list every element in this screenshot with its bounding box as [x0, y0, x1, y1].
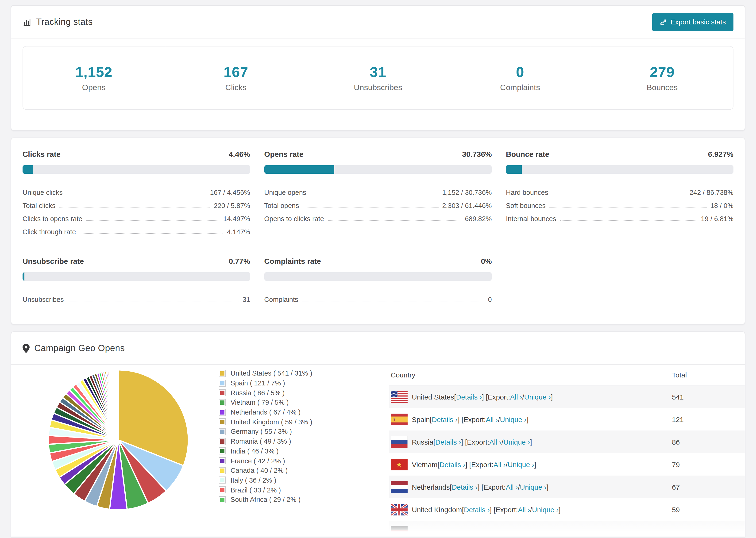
rate-panel-complaints-rate: Complaints rate0%Complaints0 — [264, 257, 492, 303]
legend-swatch — [219, 428, 226, 435]
rate-value: 0% — [481, 257, 492, 266]
summary-value: 279 — [650, 64, 675, 81]
legend-item-brazil[interactable]: Brazil ( 33 / 2% ) — [219, 485, 312, 495]
country-cell: United Kingdom [Details ›] [Export: All … — [391, 504, 672, 515]
rate-progress-fill — [506, 165, 522, 174]
legend-label: Romania ( 49 / 3% ) — [231, 438, 291, 445]
total-cell: 67 — [672, 483, 745, 491]
rate-row-label: Unique clicks — [23, 189, 63, 196]
export-unique-link[interactable]: Unique › — [532, 506, 559, 513]
rate-title: Unsubscribe rate — [23, 257, 84, 266]
rate-row: Total clicks220 / 5.87% — [23, 196, 250, 209]
geo-pie-chart — [46, 368, 190, 512]
flag-gb-icon — [391, 504, 407, 515]
details-link[interactable]: Details › — [452, 483, 477, 491]
export-all-link[interactable]: All › — [510, 393, 522, 401]
rate-row-label: Click through rate — [23, 228, 76, 236]
legend-swatch — [219, 496, 226, 503]
rate-progress-bar — [506, 165, 733, 174]
rate-row: Hard bounces242 / 86.738% — [506, 183, 733, 196]
country-cell: Netherlands [Details ›] [Export: All › /… — [391, 481, 672, 493]
page: Tracking stats Export basic stats 1,152O… — [0, 0, 756, 537]
punct: ] — [530, 438, 532, 446]
details-link[interactable]: Details › — [435, 438, 461, 446]
legend-label: Vietnam ( 79 / 5% ) — [231, 399, 289, 406]
punct: ] [Export: — [482, 393, 510, 401]
legend-item-south-africa[interactable]: South Africa ( 29 / 2% ) — [219, 495, 312, 505]
punct: ] — [551, 393, 553, 401]
summary-label: Clicks — [225, 83, 246, 92]
page-title: Tracking stats — [36, 17, 93, 27]
legend-item-vietnam[interactable]: Vietnam ( 79 / 5% ) — [219, 398, 312, 407]
export-unique-link[interactable]: Unique › — [503, 438, 530, 446]
rate-progress-bar — [23, 272, 250, 281]
export-all-link[interactable]: All › — [494, 460, 506, 468]
legend-label: United States ( 541 / 31% ) — [231, 370, 312, 377]
summary-stats: 1,152Opens167Clicks31Unsubscribes0Compla… — [23, 46, 733, 110]
punct: [ — [462, 506, 464, 513]
rate-panel-opens-rate: Opens rate30.736%Unique opens1,152 / 30.… — [264, 150, 492, 236]
bar-chart-icon — [23, 17, 31, 26]
summary-label: Bounces — [647, 83, 677, 92]
summary-label: Opens — [82, 83, 106, 92]
legend-item-india[interactable]: India ( 46 / 3% ) — [219, 446, 312, 456]
rate-row-label: Clicks to opens rate — [23, 215, 82, 223]
country-name: Netherlands — [412, 483, 450, 491]
legend-item-netherlands[interactable]: Netherlands ( 67 / 4% ) — [219, 407, 312, 417]
country-name: Vietnam — [412, 460, 438, 468]
legend-swatch — [219, 457, 226, 464]
rate-row-value: 0 — [488, 296, 492, 303]
export-all-link[interactable]: All › — [506, 483, 518, 491]
summary-tile-bounces: 279Bounces — [591, 46, 733, 109]
legend-item-italy[interactable]: Italy ( 36 / 2% ) — [219, 475, 312, 485]
details-link[interactable]: Details › — [440, 460, 465, 468]
geo-table: CountryTotalUnited States [Details ›] [E… — [389, 365, 745, 531]
legend-label: United Kingdom ( 59 / 3% ) — [231, 418, 312, 426]
dotted-leader — [549, 207, 707, 207]
legend-item-united-states[interactable]: United States ( 541 / 31% ) — [219, 368, 312, 378]
dotted-leader — [86, 220, 220, 221]
country-name: United Kingdom — [412, 506, 462, 513]
rate-progress-fill — [264, 165, 334, 174]
export-unique-link[interactable]: Unique › — [508, 460, 534, 468]
rate-rows: Unique clicks167 / 4.456%Total clicks220… — [23, 183, 250, 236]
legend-label: Germany ( 55 / 3% ) — [231, 428, 292, 435]
export-unique-link[interactable]: Unique › — [500, 415, 526, 423]
export-all-link[interactable]: All › — [489, 438, 502, 446]
punct: / — [502, 438, 503, 446]
table-row-partial — [389, 521, 745, 531]
export-unique-link[interactable]: Unique › — [524, 393, 551, 401]
legend-item-united-kingdom[interactable]: United Kingdom ( 59 / 3% ) — [219, 417, 312, 427]
rate-row-value: 689.82% — [465, 215, 492, 223]
export-all-link[interactable]: All › — [486, 415, 498, 423]
flag-de-icon — [391, 526, 407, 531]
legend-item-spain[interactable]: Spain ( 121 / 7% ) — [219, 378, 312, 388]
summary-label: Complaints — [500, 83, 540, 92]
dotted-leader — [310, 194, 438, 194]
rate-row-value: 167 / 4.456% — [210, 189, 250, 196]
rate-row-label: Hard bounces — [506, 189, 549, 196]
export-all-link[interactable]: All › — [518, 506, 530, 513]
legend-swatch — [219, 418, 226, 426]
legend-swatch — [219, 389, 226, 396]
export-basic-stats-button[interactable]: Export basic stats — [652, 13, 733, 31]
details-link[interactable]: Details › — [456, 393, 482, 401]
legend-item-romania[interactable]: Romania ( 49 / 3% ) — [219, 437, 312, 446]
summary-value: 167 — [224, 64, 248, 81]
dotted-leader — [80, 233, 223, 234]
summary-label: Unsubscribes — [354, 83, 402, 92]
punct: ] — [547, 483, 549, 491]
dotted-leader — [560, 220, 697, 221]
legend-item-france[interactable]: France ( 42 / 2% ) — [219, 456, 312, 465]
legend-label: South Africa ( 29 / 2% ) — [231, 496, 300, 504]
flag-es-icon — [391, 413, 407, 425]
punct: ] [Export: — [461, 438, 489, 446]
legend-item-russia[interactable]: Russia ( 86 / 5% ) — [219, 388, 312, 398]
export-unique-link[interactable]: Unique › — [520, 483, 546, 491]
legend-item-germany[interactable]: Germany ( 55 / 3% ) — [219, 427, 312, 436]
legend-item-canada[interactable]: Canada ( 40 / 2% ) — [219, 466, 312, 475]
details-link[interactable]: Details › — [432, 415, 458, 423]
details-link[interactable]: Details › — [464, 506, 490, 513]
total-cell: 121 — [672, 415, 745, 423]
pie-slice[interactable] — [118, 370, 118, 440]
